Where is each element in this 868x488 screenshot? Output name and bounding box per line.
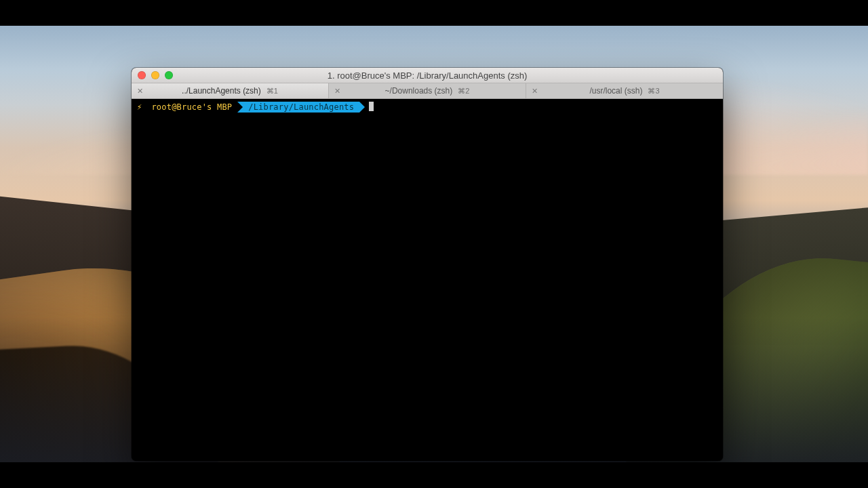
prompt-path: /Library/LaunchAgents xyxy=(243,102,359,113)
terminal-window: 1. root@Bruce's MBP: /Library/LaunchAgen… xyxy=(132,68,723,461)
letterbox-top xyxy=(0,0,868,26)
terminal-body[interactable]: ⚡root@Bruce's MBP/Library/LaunchAgents xyxy=(132,99,723,461)
tab-label: /usr/local (ssh) xyxy=(589,86,642,96)
close-icon[interactable]: ✕ xyxy=(532,87,538,95)
tab-3[interactable]: ✕ /usr/local (ssh) ⌘3 xyxy=(526,83,723,98)
tab-label: ~/Downloads (zsh) xyxy=(385,86,453,96)
tab-shortcut: ⌘1 xyxy=(267,87,278,96)
window-title: 1. root@Bruce's MBP: /Library/LaunchAgen… xyxy=(328,70,528,81)
desktop-wallpaper: 1. root@Bruce's MBP: /Library/LaunchAgen… xyxy=(0,26,868,462)
minimize-button[interactable] xyxy=(151,71,159,79)
chevron-right-icon xyxy=(237,102,243,113)
prompt-user-host: root@Bruce's MBP xyxy=(146,102,237,113)
titlebar[interactable]: 1. root@Bruce's MBP: /Library/LaunchAgen… xyxy=(132,68,723,83)
tab-label: ../LaunchAgents (zsh) xyxy=(182,86,261,96)
zoom-button[interactable] xyxy=(165,71,173,79)
chevron-right-icon xyxy=(359,102,365,113)
prompt: ⚡root@Bruce's MBP/Library/LaunchAgents xyxy=(137,102,365,113)
tab-bar: ✕ ../LaunchAgents (zsh) ⌘1 ✕ ~/Downloads… xyxy=(132,83,723,99)
cursor xyxy=(369,102,374,111)
close-icon[interactable]: ✕ xyxy=(137,87,143,95)
bolt-icon: ⚡ xyxy=(137,102,146,113)
close-icon[interactable]: ✕ xyxy=(334,87,340,95)
traffic-lights xyxy=(138,71,173,79)
close-button[interactable] xyxy=(138,71,146,79)
tab-shortcut: ⌘2 xyxy=(458,87,469,96)
tab-shortcut: ⌘3 xyxy=(648,87,659,96)
tab-2[interactable]: ✕ ~/Downloads (zsh) ⌘2 xyxy=(329,83,526,98)
letterbox-bottom xyxy=(0,462,868,488)
tab-1[interactable]: ✕ ../LaunchAgents (zsh) ⌘1 xyxy=(132,83,329,98)
